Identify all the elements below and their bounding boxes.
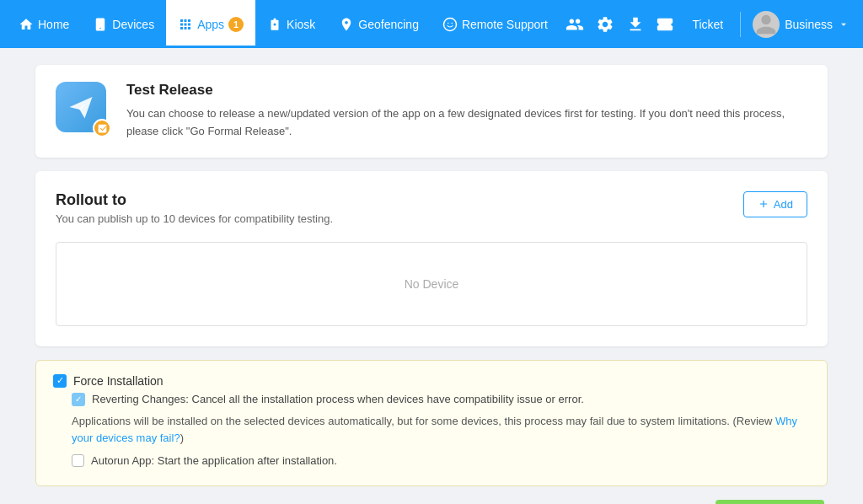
action-row: Test Release	[35, 500, 828, 504]
app-icon-wrapper	[56, 82, 110, 136]
nav-devices-label: Devices	[112, 18, 154, 31]
nav-geofencing-label: Geofencing	[358, 18, 419, 31]
add-button-label: Add	[774, 198, 793, 211]
reverting-changes-row: Reverting Changes: Cancel all the instal…	[72, 393, 810, 406]
nav-apps-label: Apps	[197, 18, 224, 31]
devices-icon	[93, 17, 108, 32]
download-icon-btn[interactable]	[620, 9, 651, 40]
svg-point-2	[451, 22, 453, 24]
force-install-row: Force Installation	[53, 374, 810, 388]
description-text-start: Applications will be installed on the se…	[72, 415, 775, 427]
nav-remote-support-label: Remote Support	[462, 18, 548, 31]
nav-kiosk-label: Kiosk	[287, 18, 315, 31]
autorun-row: Autorun App: Start the application after…	[72, 454, 810, 467]
info-description: You can choose to release a new/updated …	[126, 105, 807, 141]
card-header: Rollout to You can publish up to 10 devi…	[56, 191, 807, 225]
info-card: Test Release You can choose to release a…	[35, 65, 828, 158]
nav-item-devices[interactable]: Devices	[81, 0, 166, 48]
plus-icon	[758, 198, 769, 210]
navbar: Home Devices Apps 1 Kiosk Geofencing Rem	[0, 0, 863, 48]
device-list: No Device	[56, 242, 807, 326]
nav-item-geofencing[interactable]: Geofencing	[327, 0, 431, 48]
rollout-title: Rollout to	[56, 191, 333, 209]
autorun-checkbox[interactable]	[72, 454, 84, 467]
test-release-button[interactable]: Test Release	[716, 500, 824, 504]
nav-item-remote-support[interactable]: Remote Support	[431, 0, 560, 48]
options-description: Applications will be installed on the se…	[72, 413, 810, 448]
nav-item-home[interactable]: Home	[7, 0, 81, 48]
nav-home-label: Home	[38, 18, 69, 31]
gear-icon	[596, 15, 614, 34]
svg-point-0	[443, 18, 456, 30]
geofencing-icon	[339, 17, 354, 32]
settings-icon-btn[interactable]	[590, 9, 620, 40]
apps-icon	[178, 17, 193, 32]
ticket-icon	[656, 15, 674, 34]
description-text-end: )	[180, 432, 184, 444]
info-title: Test Release	[126, 82, 807, 99]
user-name: Business	[785, 18, 833, 31]
reverting-changes-label[interactable]: Reverting Changes: Cancel all the instal…	[92, 393, 584, 405]
users-icon-btn[interactable]	[560, 9, 590, 40]
user-menu[interactable]: Business	[746, 11, 856, 38]
home-icon	[19, 17, 34, 32]
app-icon-badge	[93, 119, 111, 137]
nav-divider	[740, 12, 741, 37]
info-text: Test Release You can choose to release a…	[126, 82, 807, 141]
autorun-label[interactable]: Autorun App: Start the application after…	[91, 454, 337, 467]
users-icon	[566, 15, 584, 34]
ticket-label[interactable]: Ticket	[680, 0, 735, 48]
rollout-card: Rollout to You can publish up to 10 devi…	[35, 171, 828, 346]
download-icon	[626, 15, 645, 34]
reverting-changes-checkbox[interactable]	[72, 393, 85, 406]
ticket-icon-btn[interactable]	[651, 9, 681, 40]
no-device-text: No Device	[405, 277, 459, 291]
svg-point-1	[448, 22, 449, 24]
nav-item-kiosk[interactable]: Kiosk	[255, 0, 327, 48]
force-installation-label[interactable]: Force Installation	[73, 374, 163, 388]
kiosk-icon	[267, 17, 282, 32]
rollout-subtitle: You can publish up to 10 devices for com…	[56, 212, 333, 225]
chevron-down-icon	[838, 19, 850, 30]
user-avatar	[753, 11, 780, 38]
force-installation-checkbox[interactable]	[53, 374, 67, 388]
page-content: Test Release You can choose to release a…	[19, 48, 844, 504]
apps-badge: 1	[228, 17, 244, 32]
add-button[interactable]: Add	[743, 191, 807, 217]
card-header-text: Rollout to You can publish up to 10 devi…	[56, 191, 333, 225]
remote-support-icon	[442, 17, 458, 32]
nav-item-apps[interactable]: Apps 1	[166, 0, 255, 48]
options-card: Force Installation Reverting Changes: Ca…	[35, 360, 828, 487]
